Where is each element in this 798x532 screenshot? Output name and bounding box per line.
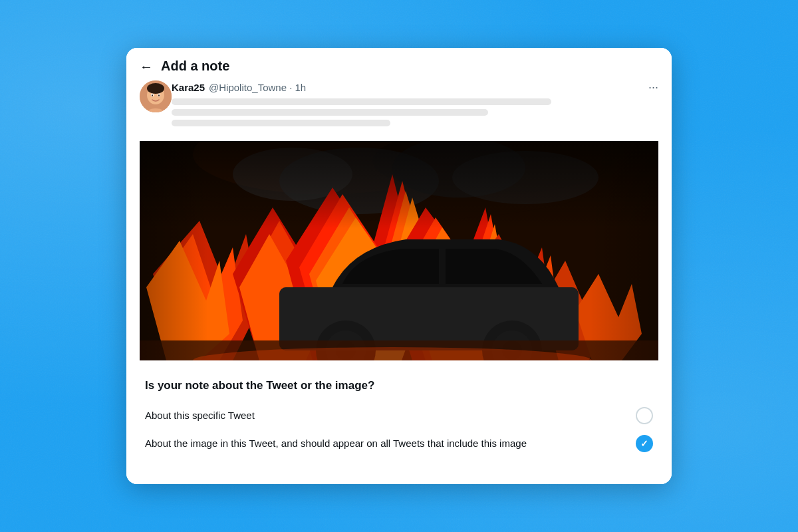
username: Kara25 — [172, 82, 205, 93]
tweet-text-lines — [172, 98, 658, 126]
tweet-image — [140, 141, 658, 360]
bottom-panel: Is your note about the Tweet or the imag… — [126, 360, 672, 484]
tweet-meta: Kara25 @Hipolito_Towne · 1h ··· — [172, 80, 658, 94]
svg-point-5 — [152, 94, 153, 96]
option-image-label: About the image in this Tweet, and shoul… — [145, 436, 527, 452]
option-tweet-label: About this specific Tweet — [145, 408, 255, 424]
text-line-2 — [172, 109, 488, 116]
svg-point-6 — [158, 94, 160, 96]
radio-checked-image: ✓ — [636, 435, 653, 452]
svg-rect-47 — [140, 141, 658, 360]
option-tweet[interactable]: About this specific Tweet — [145, 407, 653, 424]
option-image[interactable]: About the image in this Tweet, and shoul… — [145, 435, 653, 452]
main-card: ← Add a note — [126, 48, 672, 484]
text-line-1 — [172, 98, 551, 105]
page-title: Add a note — [161, 59, 229, 74]
question-label: Is your note about the Tweet or the imag… — [145, 379, 653, 392]
tweet-body: Kara25 @Hipolito_Towne · 1h ··· — [172, 80, 658, 130]
text-line-3 — [172, 120, 390, 126]
tweet-header: ← Add a note — [140, 59, 658, 74]
tweet-user-info: Kara25 @Hipolito_Towne · 1h — [172, 82, 306, 93]
back-button[interactable]: ← — [140, 60, 153, 73]
tweet-panel: ← Add a note — [126, 48, 672, 360]
avatar — [140, 80, 172, 112]
svg-point-2 — [147, 83, 164, 94]
checkmark-icon: ✓ — [640, 438, 648, 449]
tweet-content-area: Kara25 @Hipolito_Towne · 1h ··· — [140, 80, 658, 137]
more-icon[interactable]: ··· — [648, 80, 658, 94]
handle-time: @Hipolito_Towne · 1h — [209, 82, 306, 93]
radio-circle-tweet — [636, 407, 653, 424]
